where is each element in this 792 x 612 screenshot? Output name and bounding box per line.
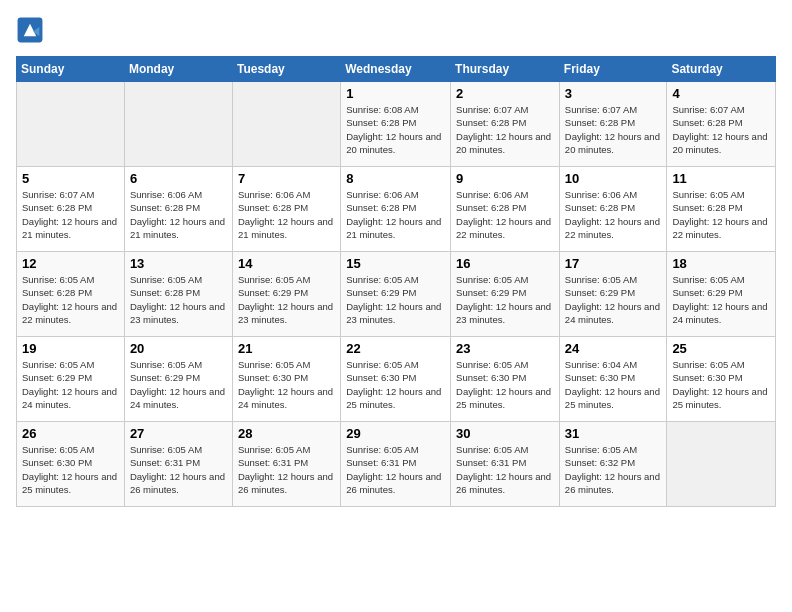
day-header-sunday: Sunday bbox=[17, 57, 125, 82]
cell-info: Sunrise: 6:05 AM Sunset: 6:28 PM Dayligh… bbox=[672, 188, 770, 241]
day-number: 28 bbox=[238, 426, 335, 441]
day-number: 30 bbox=[456, 426, 554, 441]
day-number: 1 bbox=[346, 86, 445, 101]
cell-info: Sunrise: 6:05 AM Sunset: 6:29 PM Dayligh… bbox=[565, 273, 662, 326]
day-header-friday: Friday bbox=[559, 57, 667, 82]
cell-info: Sunrise: 6:07 AM Sunset: 6:28 PM Dayligh… bbox=[456, 103, 554, 156]
day-number: 15 bbox=[346, 256, 445, 271]
calendar-cell: 15Sunrise: 6:05 AM Sunset: 6:29 PM Dayli… bbox=[341, 252, 451, 337]
calendar-cell: 23Sunrise: 6:05 AM Sunset: 6:30 PM Dayli… bbox=[451, 337, 560, 422]
cell-info: Sunrise: 6:08 AM Sunset: 6:28 PM Dayligh… bbox=[346, 103, 445, 156]
calendar-cell: 6Sunrise: 6:06 AM Sunset: 6:28 PM Daylig… bbox=[124, 167, 232, 252]
day-number: 14 bbox=[238, 256, 335, 271]
day-number: 18 bbox=[672, 256, 770, 271]
day-number: 31 bbox=[565, 426, 662, 441]
logo bbox=[16, 16, 48, 44]
calendar-cell: 27Sunrise: 6:05 AM Sunset: 6:31 PM Dayli… bbox=[124, 422, 232, 507]
day-number: 17 bbox=[565, 256, 662, 271]
calendar-cell: 28Sunrise: 6:05 AM Sunset: 6:31 PM Dayli… bbox=[232, 422, 340, 507]
day-number: 24 bbox=[565, 341, 662, 356]
cell-info: Sunrise: 6:05 AM Sunset: 6:28 PM Dayligh… bbox=[130, 273, 227, 326]
calendar-cell: 19Sunrise: 6:05 AM Sunset: 6:29 PM Dayli… bbox=[17, 337, 125, 422]
calendar-cell: 5Sunrise: 6:07 AM Sunset: 6:28 PM Daylig… bbox=[17, 167, 125, 252]
calendar-week-row: 19Sunrise: 6:05 AM Sunset: 6:29 PM Dayli… bbox=[17, 337, 776, 422]
cell-info: Sunrise: 6:05 AM Sunset: 6:29 PM Dayligh… bbox=[346, 273, 445, 326]
calendar-cell bbox=[17, 82, 125, 167]
cell-info: Sunrise: 6:07 AM Sunset: 6:28 PM Dayligh… bbox=[672, 103, 770, 156]
day-number: 3 bbox=[565, 86, 662, 101]
day-number: 23 bbox=[456, 341, 554, 356]
day-number: 21 bbox=[238, 341, 335, 356]
day-header-saturday: Saturday bbox=[667, 57, 776, 82]
calendar-cell: 1Sunrise: 6:08 AM Sunset: 6:28 PM Daylig… bbox=[341, 82, 451, 167]
page-header bbox=[16, 16, 776, 44]
day-number: 25 bbox=[672, 341, 770, 356]
day-number: 20 bbox=[130, 341, 227, 356]
cell-info: Sunrise: 6:04 AM Sunset: 6:30 PM Dayligh… bbox=[565, 358, 662, 411]
calendar-cell: 2Sunrise: 6:07 AM Sunset: 6:28 PM Daylig… bbox=[451, 82, 560, 167]
calendar-cell bbox=[667, 422, 776, 507]
cell-info: Sunrise: 6:06 AM Sunset: 6:28 PM Dayligh… bbox=[238, 188, 335, 241]
cell-info: Sunrise: 6:05 AM Sunset: 6:29 PM Dayligh… bbox=[22, 358, 119, 411]
cell-info: Sunrise: 6:06 AM Sunset: 6:28 PM Dayligh… bbox=[130, 188, 227, 241]
day-number: 11 bbox=[672, 171, 770, 186]
calendar-cell: 18Sunrise: 6:05 AM Sunset: 6:29 PM Dayli… bbox=[667, 252, 776, 337]
calendar-week-row: 26Sunrise: 6:05 AM Sunset: 6:30 PM Dayli… bbox=[17, 422, 776, 507]
day-number: 16 bbox=[456, 256, 554, 271]
day-number: 5 bbox=[22, 171, 119, 186]
day-number: 9 bbox=[456, 171, 554, 186]
cell-info: Sunrise: 6:05 AM Sunset: 6:29 PM Dayligh… bbox=[456, 273, 554, 326]
calendar-cell: 21Sunrise: 6:05 AM Sunset: 6:30 PM Dayli… bbox=[232, 337, 340, 422]
cell-info: Sunrise: 6:05 AM Sunset: 6:28 PM Dayligh… bbox=[22, 273, 119, 326]
calendar-cell: 16Sunrise: 6:05 AM Sunset: 6:29 PM Dayli… bbox=[451, 252, 560, 337]
cell-info: Sunrise: 6:05 AM Sunset: 6:29 PM Dayligh… bbox=[130, 358, 227, 411]
cell-info: Sunrise: 6:06 AM Sunset: 6:28 PM Dayligh… bbox=[346, 188, 445, 241]
day-number: 27 bbox=[130, 426, 227, 441]
day-number: 2 bbox=[456, 86, 554, 101]
calendar-cell: 29Sunrise: 6:05 AM Sunset: 6:31 PM Dayli… bbox=[341, 422, 451, 507]
day-header-monday: Monday bbox=[124, 57, 232, 82]
calendar-cell: 31Sunrise: 6:05 AM Sunset: 6:32 PM Dayli… bbox=[559, 422, 667, 507]
cell-info: Sunrise: 6:05 AM Sunset: 6:29 PM Dayligh… bbox=[238, 273, 335, 326]
day-number: 26 bbox=[22, 426, 119, 441]
day-number: 8 bbox=[346, 171, 445, 186]
cell-info: Sunrise: 6:07 AM Sunset: 6:28 PM Dayligh… bbox=[22, 188, 119, 241]
day-number: 19 bbox=[22, 341, 119, 356]
calendar-header-row: SundayMondayTuesdayWednesdayThursdayFrid… bbox=[17, 57, 776, 82]
calendar-cell: 13Sunrise: 6:05 AM Sunset: 6:28 PM Dayli… bbox=[124, 252, 232, 337]
calendar-cell: 30Sunrise: 6:05 AM Sunset: 6:31 PM Dayli… bbox=[451, 422, 560, 507]
day-number: 4 bbox=[672, 86, 770, 101]
calendar-cell: 26Sunrise: 6:05 AM Sunset: 6:30 PM Dayli… bbox=[17, 422, 125, 507]
calendar-week-row: 1Sunrise: 6:08 AM Sunset: 6:28 PM Daylig… bbox=[17, 82, 776, 167]
day-number: 22 bbox=[346, 341, 445, 356]
calendar-cell: 10Sunrise: 6:06 AM Sunset: 6:28 PM Dayli… bbox=[559, 167, 667, 252]
calendar-cell: 11Sunrise: 6:05 AM Sunset: 6:28 PM Dayli… bbox=[667, 167, 776, 252]
cell-info: Sunrise: 6:05 AM Sunset: 6:30 PM Dayligh… bbox=[346, 358, 445, 411]
calendar-cell: 8Sunrise: 6:06 AM Sunset: 6:28 PM Daylig… bbox=[341, 167, 451, 252]
calendar-cell: 12Sunrise: 6:05 AM Sunset: 6:28 PM Dayli… bbox=[17, 252, 125, 337]
cell-info: Sunrise: 6:05 AM Sunset: 6:30 PM Dayligh… bbox=[672, 358, 770, 411]
cell-info: Sunrise: 6:05 AM Sunset: 6:32 PM Dayligh… bbox=[565, 443, 662, 496]
calendar-table: SundayMondayTuesdayWednesdayThursdayFrid… bbox=[16, 56, 776, 507]
cell-info: Sunrise: 6:05 AM Sunset: 6:31 PM Dayligh… bbox=[346, 443, 445, 496]
calendar-cell: 25Sunrise: 6:05 AM Sunset: 6:30 PM Dayli… bbox=[667, 337, 776, 422]
cell-info: Sunrise: 6:06 AM Sunset: 6:28 PM Dayligh… bbox=[565, 188, 662, 241]
calendar-cell: 14Sunrise: 6:05 AM Sunset: 6:29 PM Dayli… bbox=[232, 252, 340, 337]
cell-info: Sunrise: 6:05 AM Sunset: 6:30 PM Dayligh… bbox=[238, 358, 335, 411]
logo-icon bbox=[16, 16, 44, 44]
day-number: 29 bbox=[346, 426, 445, 441]
calendar-cell: 20Sunrise: 6:05 AM Sunset: 6:29 PM Dayli… bbox=[124, 337, 232, 422]
cell-info: Sunrise: 6:06 AM Sunset: 6:28 PM Dayligh… bbox=[456, 188, 554, 241]
day-number: 6 bbox=[130, 171, 227, 186]
cell-info: Sunrise: 6:05 AM Sunset: 6:31 PM Dayligh… bbox=[130, 443, 227, 496]
calendar-cell bbox=[124, 82, 232, 167]
day-number: 13 bbox=[130, 256, 227, 271]
calendar-week-row: 5Sunrise: 6:07 AM Sunset: 6:28 PM Daylig… bbox=[17, 167, 776, 252]
calendar-cell: 17Sunrise: 6:05 AM Sunset: 6:29 PM Dayli… bbox=[559, 252, 667, 337]
day-header-thursday: Thursday bbox=[451, 57, 560, 82]
day-number: 10 bbox=[565, 171, 662, 186]
cell-info: Sunrise: 6:05 AM Sunset: 6:29 PM Dayligh… bbox=[672, 273, 770, 326]
calendar-cell: 22Sunrise: 6:05 AM Sunset: 6:30 PM Dayli… bbox=[341, 337, 451, 422]
calendar-cell bbox=[232, 82, 340, 167]
calendar-week-row: 12Sunrise: 6:05 AM Sunset: 6:28 PM Dayli… bbox=[17, 252, 776, 337]
